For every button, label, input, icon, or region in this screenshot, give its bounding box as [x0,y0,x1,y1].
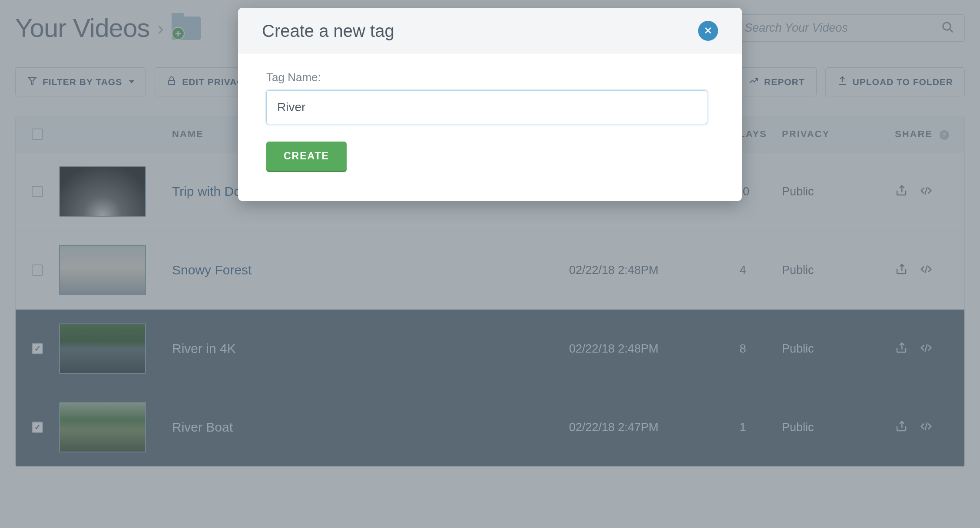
close-icon: ✕ [704,25,712,37]
tag-name-label: Tag Name: [266,71,707,84]
tag-name-input[interactable] [266,90,707,124]
create-button[interactable]: CREATE [266,142,347,171]
create-tag-modal: Create a new tag ✕ Tag Name: CREATE [238,8,742,201]
modal-overlay[interactable]: Create a new tag ✕ Tag Name: CREATE [0,0,980,528]
modal-title: Create a new tag [262,21,394,41]
close-button[interactable]: ✕ [698,21,718,41]
